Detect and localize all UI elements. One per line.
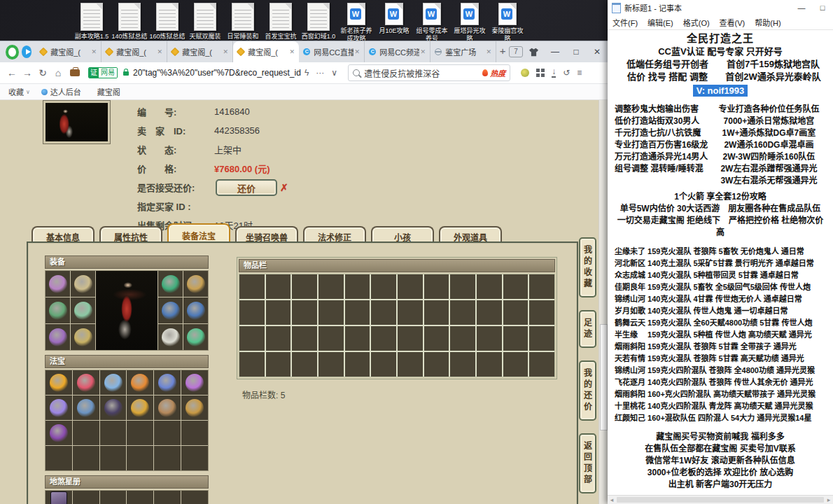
item-slot[interactable] [46,370,72,395]
scrollbar-thumb[interactable] [600,324,608,430]
item-slot[interactable] [181,421,208,445]
item-slot[interactable] [100,491,127,504]
notepad-menu-item[interactable]: 格式(O) [678,17,715,28]
item-slot[interactable] [158,271,183,297]
item-slot[interactable] [266,352,291,377]
item-slot[interactable] [398,300,423,325]
toolbox-icon[interactable] [70,69,80,76]
bookmark-item[interactable]: 达人后台 [41,86,83,97]
item-slot[interactable] [181,446,208,470]
item-slot[interactable] [46,271,70,297]
item-slot[interactable] [345,300,370,325]
item-slot[interactable] [503,274,528,299]
item-slot[interactable] [46,396,72,420]
item-slot[interactable] [318,300,344,325]
notification-badge[interactable]: 7 [509,46,523,57]
item-slot[interactable] [477,326,502,351]
site-cert-badge[interactable]: 证 网易 [88,67,118,78]
browser-tab[interactable]: 藏宝阁_( ✕ [102,41,167,62]
item-slot[interactable] [398,326,423,351]
notepad-menu-item[interactable]: 编辑(E) [643,17,678,28]
item-slot[interactable] [424,326,449,351]
item-slot[interactable] [292,352,317,377]
item-slot[interactable] [318,352,344,377]
item-slot[interactable] [181,396,208,420]
item-slot[interactable] [183,298,208,323]
item-slot[interactable] [71,298,95,323]
item-slot[interactable] [183,271,208,297]
browser-tab[interactable]: 网易CC频道 ✕ [365,41,430,62]
item-slot[interactable] [450,352,475,377]
browser-tab[interactable]: 藏宝阁_( ✕ [36,41,102,62]
bargain-button[interactable]: 还价 [216,179,277,196]
item-slot[interactable] [127,491,153,504]
tab-close-icon[interactable]: ✕ [486,48,492,55]
plugin-icon[interactable] [521,69,529,77]
notepad-titlebar[interactable]: 新标题1 - 记事本 — □ [608,0,833,15]
item-slot[interactable] [46,298,70,323]
home-icon[interactable]: ⌂ [50,67,66,78]
item-slot[interactable] [239,352,265,377]
item-slot[interactable] [371,274,396,299]
item-slot[interactable] [127,396,153,420]
item-slot[interactable] [503,326,528,351]
item-slot[interactable] [100,421,127,445]
url-field[interactable]: 20"tag"%3A%20"user"%7D&reco_request_id=1… [133,68,301,78]
item-slot[interactable] [158,298,183,323]
item-slot[interactable] [450,300,475,325]
maximize-button[interactable]: □ [566,41,587,62]
dropdown-chevron-icon[interactable]: ∨ [331,68,337,78]
item-slot[interactable] [73,446,99,470]
notepad-text-area[interactable]: 全民打造之王 CC蓝V认证 配号专家 只开好号 低端任务组号开创者估价 找号 搭… [608,30,833,495]
item-slot[interactable] [450,274,475,299]
browser-tab[interactable]: 藏宝阁_( ✕ [167,41,233,62]
forward-icon[interactable]: → [20,67,35,78]
item-slot[interactable] [100,370,127,395]
item-slot[interactable] [398,274,423,299]
scroll-right-arrow[interactable]: ▸ [825,496,833,503]
item-slot[interactable] [371,352,396,377]
item-slot[interactable] [450,326,475,351]
scroll-left-arrow[interactable]: ◂ [608,496,616,503]
item-slot[interactable] [424,300,449,325]
item-slot[interactable] [127,370,153,395]
notepad-menu-item[interactable]: 文件(F) [608,17,643,28]
notepad-menu-item[interactable]: 帮助(H) [750,17,785,28]
item-slot[interactable] [154,446,181,470]
more-icon[interactable]: ··· [316,68,324,78]
item-slot[interactable] [424,352,449,377]
tab-close-icon[interactable]: ✕ [355,48,360,55]
side-tab[interactable]: 足迹 [579,310,596,348]
item-slot[interactable] [73,491,99,504]
item-slot[interactable] [345,326,370,351]
item-slot[interactable] [529,326,554,351]
item-slot[interactable] [345,352,370,377]
item-slot[interactable] [529,274,554,299]
item-slot[interactable] [46,446,72,470]
item-slot[interactable] [46,324,70,350]
item-slot[interactable] [46,421,72,445]
item-slot[interactable] [318,274,344,299]
new-tab-button[interactable]: + [496,44,509,59]
item-slot[interactable] [371,300,396,325]
close-button[interactable]: ✕ [587,41,608,62]
item-slot[interactable] [239,274,265,299]
bookmark-item[interactable]: 藏宝阁 [94,86,122,97]
theme-shirt-icon[interactable] [528,48,539,57]
item-slot[interactable] [477,274,502,299]
notepad-minimize-button[interactable]: — [791,0,812,15]
item-slot[interactable] [46,491,72,504]
tab-close-icon[interactable]: ✕ [158,48,163,55]
item-slot[interactable] [73,396,99,420]
item-slot[interactable] [71,324,95,350]
item-slot[interactable] [127,446,153,470]
menu-icon[interactable]: ≡ [577,68,582,78]
item-slot[interactable] [503,300,528,325]
browser-tab[interactable]: 网易CC直播 ✕ [299,41,365,62]
item-slot[interactable] [183,324,208,350]
lightning-icon[interactable]: ϟ [304,68,309,78]
item-slot[interactable] [158,324,183,350]
item-slot[interactable] [292,300,317,325]
item-slot[interactable] [100,396,127,420]
item-slot[interactable] [154,370,181,395]
